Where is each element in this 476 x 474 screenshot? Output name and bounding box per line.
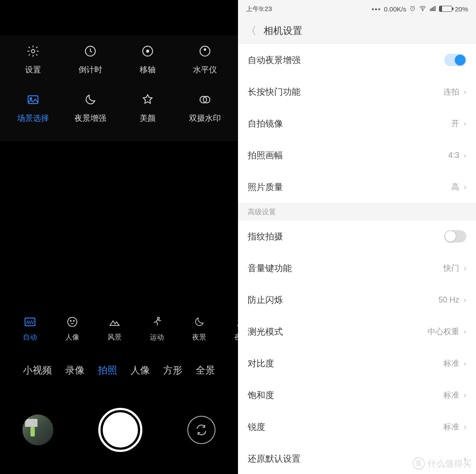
dual-circle-icon bbox=[198, 93, 212, 107]
mode-portrait[interactable]: 人像 bbox=[130, 364, 150, 377]
svg-point-15 bbox=[157, 317, 160, 319]
option-tiltshift[interactable]: 移轴 bbox=[119, 44, 176, 75]
mode-square[interactable]: 方形 bbox=[163, 364, 182, 377]
row-saturation[interactable]: 饱和度 标准› bbox=[238, 379, 476, 411]
row-label: 对比度 bbox=[248, 358, 274, 369]
status-time: 上午9:23 bbox=[246, 5, 272, 13]
svg-rect-20 bbox=[431, 8, 432, 11]
scene-sport[interactable]: 运动 bbox=[136, 315, 178, 342]
battery-icon bbox=[439, 6, 452, 12]
camera-settings-screen: 上午9:23 ••• 0.00K/s 20% 〈 相机设置 自动夜景增强 长按快 bbox=[238, 0, 476, 474]
row-label: 测光模式 bbox=[248, 326, 283, 338]
svg-point-14 bbox=[73, 320, 74, 321]
status-right: ••• 0.00K/s 20% bbox=[372, 4, 468, 14]
shutter-inner bbox=[103, 412, 138, 448]
row-sharpness[interactable]: 锐度 标准› bbox=[238, 411, 476, 443]
row-aspect[interactable]: 拍照画幅 4:3› bbox=[238, 139, 476, 171]
row-quality[interactable]: 照片质量 高› bbox=[238, 171, 476, 203]
row-metering[interactable]: 测光模式 中心权重› bbox=[238, 316, 476, 347]
scene-label: 自动 bbox=[23, 333, 37, 342]
option-level[interactable]: 水平仪 bbox=[176, 44, 234, 75]
row-selfie-mirror[interactable]: 自拍镜像 开› bbox=[238, 108, 476, 139]
moon-icon bbox=[83, 93, 97, 107]
camera-flip-button[interactable] bbox=[187, 416, 216, 444]
option-night-enhance[interactable]: 夜景增强 bbox=[62, 93, 119, 123]
svg-point-13 bbox=[70, 320, 71, 321]
mode-pano[interactable]: 全景 bbox=[196, 364, 215, 377]
row-label: 锐度 bbox=[248, 421, 265, 433]
option-timer[interactable]: 倒计时 bbox=[62, 44, 119, 75]
settings-titlebar: 〈 相机设置 bbox=[238, 18, 476, 44]
chevron-right-icon: › bbox=[464, 327, 466, 336]
chevron-right-icon: › bbox=[464, 422, 466, 432]
row-auto-night[interactable]: 自动夜景增强 bbox=[238, 44, 476, 76]
mode-selector[interactable]: 小视频 录像 拍照 人像 方形 全景 bbox=[0, 355, 238, 386]
scene-label: 夜景 bbox=[234, 333, 238, 342]
battery-percent: 20% bbox=[455, 5, 468, 13]
viewfinder[interactable] bbox=[0, 141, 238, 302]
option-label: 美颜 bbox=[140, 113, 156, 123]
back-icon[interactable]: 〈 bbox=[246, 24, 257, 38]
option-label: 夜景增强 bbox=[74, 113, 106, 123]
clock-icon bbox=[83, 44, 97, 58]
page-title: 相机设置 bbox=[264, 24, 302, 37]
svg-point-4 bbox=[200, 46, 210, 56]
toggle-auto-night[interactable] bbox=[444, 54, 466, 66]
row-volume-key[interactable]: 音量键功能 快门› bbox=[238, 252, 476, 284]
camera-app: 设置 倒计时 移轴 水平仪 场景选择 bbox=[0, 0, 238, 474]
option-dual-watermark[interactable]: 双摄水印 bbox=[176, 93, 234, 123]
runner-icon bbox=[150, 315, 164, 328]
row-fingerprint[interactable]: 指纹拍摄 bbox=[238, 220, 476, 252]
scene-portrait[interactable]: 人像 bbox=[51, 315, 93, 342]
row-value: 4:3 bbox=[448, 151, 459, 160]
scene-auto[interactable]: AW 自动 bbox=[9, 315, 51, 342]
scene-night2[interactable]: 夜景 bbox=[220, 315, 238, 342]
option-beauty[interactable]: 美颜 bbox=[119, 93, 176, 123]
svg-point-0 bbox=[31, 49, 35, 53]
svg-rect-21 bbox=[433, 7, 434, 11]
row-long-press[interactable]: 长按快门功能 连拍› bbox=[238, 76, 476, 108]
mode-shortvideo[interactable]: 小视频 bbox=[23, 364, 52, 377]
svg-point-3 bbox=[147, 50, 149, 52]
row-value: 标准 bbox=[443, 390, 459, 400]
chevron-right-icon: › bbox=[464, 295, 466, 305]
alarm-icon bbox=[409, 5, 416, 13]
person-icon bbox=[235, 315, 238, 328]
scene-night[interactable]: 夜景 bbox=[178, 315, 220, 342]
row-value: 高 bbox=[451, 182, 459, 192]
gear-icon bbox=[26, 44, 40, 58]
svg-point-7 bbox=[30, 98, 32, 100]
scene-selector[interactable]: AW 自动 人像 风景 运动 夜景 bbox=[0, 302, 238, 355]
scene-label: 风景 bbox=[108, 333, 122, 342]
row-reset-defaults[interactable]: 还原默认设置 › bbox=[238, 443, 476, 474]
option-settings[interactable]: 设置 bbox=[4, 44, 62, 75]
chevron-right-icon: › bbox=[464, 359, 466, 368]
row-label: 音量键功能 bbox=[248, 262, 292, 274]
section-label: 高级设置 bbox=[248, 208, 276, 217]
mode-video[interactable]: 录像 bbox=[65, 364, 85, 377]
face-icon bbox=[66, 315, 79, 328]
row-anti-flicker[interactable]: 防止闪烁 50 Hz› bbox=[238, 284, 476, 316]
mode-photo[interactable]: 拍照 bbox=[98, 364, 117, 377]
picture-icon bbox=[26, 93, 40, 107]
row-contrast[interactable]: 对比度 标准› bbox=[238, 347, 476, 379]
option-label: 场景选择 bbox=[17, 113, 49, 123]
target-icon bbox=[141, 44, 155, 58]
row-label: 照片质量 bbox=[248, 181, 283, 193]
row-value: 中心权重 bbox=[428, 326, 459, 337]
gallery-thumbnail[interactable] bbox=[22, 414, 53, 445]
chevron-right-icon: › bbox=[464, 151, 466, 160]
option-label: 水平仪 bbox=[193, 64, 217, 75]
star-icon bbox=[141, 93, 155, 107]
shutter-button[interactable] bbox=[98, 408, 142, 452]
section-header-advanced: 高级设置 bbox=[238, 203, 476, 220]
option-label: 倒计时 bbox=[78, 64, 102, 75]
svg-point-18 bbox=[422, 10, 423, 11]
option-scene-select[interactable]: 场景选择 bbox=[4, 93, 62, 123]
row-label: 还原默认设置 bbox=[248, 453, 301, 465]
toggle-fingerprint[interactable] bbox=[444, 230, 466, 243]
chevron-right-icon: › bbox=[464, 264, 466, 273]
network-speed: 0.00K/s bbox=[384, 5, 406, 13]
svg-rect-19 bbox=[430, 9, 431, 11]
scene-landscape[interactable]: 风景 bbox=[93, 315, 136, 342]
